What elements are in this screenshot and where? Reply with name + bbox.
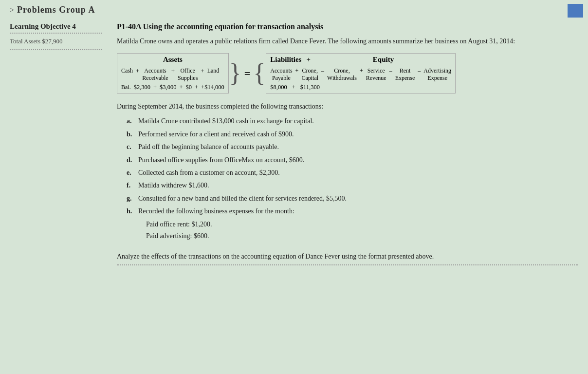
- col-withdrawals-label: Crone,Withdrawals: [327, 67, 357, 81]
- liab-col-headers: AccountsPayable + Crone,Capital – Crone,…: [270, 67, 451, 82]
- analyze-text: Analyze the effects of the transactions …: [117, 251, 578, 265]
- col-rent: RentExpense: [395, 67, 415, 82]
- plus-op-1: +: [136, 67, 139, 75]
- liab-equity-header-row: Liabilities + Equity: [270, 56, 451, 65]
- top-bar: > Problems Group A: [0, 5, 588, 18]
- left-brace: {: [253, 62, 265, 85]
- page-container: > Problems Group A Learning Objective 4 …: [0, 0, 588, 374]
- transaction-f: f. Matilda withdrew $1,600.: [117, 180, 578, 191]
- equation-wrapper: Assets Cash + AccountsReceivable + Offic…: [117, 53, 578, 94]
- bal-label: Bal.: [121, 84, 131, 91]
- transactions-intro: During September 2014, the business comp…: [117, 101, 578, 112]
- transaction-b: b. Performed service for a client and re…: [117, 129, 578, 140]
- liab-equity-box: Liabilities + Equity AccountsPayable + C…: [266, 53, 456, 94]
- equity-header: Equity: [315, 56, 451, 64]
- liab-minus-3: –: [418, 67, 421, 75]
- intro-text: Matilda Crone owns and operates a public…: [117, 36, 578, 46]
- trans-h-letter: h.: [127, 206, 138, 217]
- trans-e-letter: e.: [127, 168, 138, 178]
- liab-minus-2: –: [389, 67, 392, 75]
- liab-plus-2: +: [360, 67, 363, 75]
- col-office: OfficeSupplies: [178, 67, 198, 82]
- assets-box: Assets Cash + AccountsReceivable + Offic…: [117, 53, 229, 94]
- trans-a-letter: a.: [127, 116, 138, 127]
- trans-d-text: Purchased office supplies from OfficeMax…: [138, 155, 578, 166]
- trans-d-letter: d.: [127, 155, 138, 166]
- trans-f-text: Matilda withdrew $1,600.: [138, 180, 578, 191]
- breadcrumb-text: Problems Group A: [17, 5, 95, 15]
- liab-bal-plus: +: [292, 84, 295, 91]
- col-office-label: OfficeSupplies: [178, 67, 198, 81]
- col-rent-label: RentExpense: [395, 67, 415, 81]
- sub-item-2: Paid advertising: $600.: [117, 231, 578, 242]
- col-cash: Cash: [121, 67, 133, 75]
- main-content: P1-40A Using the accounting equation for…: [107, 22, 578, 265]
- header-plus: +: [306, 56, 310, 64]
- asset-col-headers: Cash + AccountsReceivable + OfficeSuppli…: [121, 67, 224, 82]
- trans-a-text: Matilda Crone contributed $13,000 cash i…: [138, 116, 578, 127]
- land-val: +$14,000: [201, 84, 224, 91]
- breadcrumb-arrow: >: [10, 6, 14, 15]
- plus-b2: +: [179, 84, 183, 91]
- col-land-label: Land: [207, 67, 220, 74]
- right-brace: }: [229, 62, 241, 85]
- liab-minus-1: –: [321, 67, 324, 75]
- col-advert: AdvertisingExpense: [423, 67, 451, 82]
- trans-c-letter: c.: [127, 142, 138, 152]
- nav-button[interactable]: [568, 4, 583, 18]
- liabilities-header: Liabilities: [270, 56, 301, 64]
- col-advert-label: AdvertisingExpense: [423, 67, 451, 81]
- trans-h-text: Recorded the following business expenses…: [138, 206, 578, 217]
- transaction-g: g. Consulted for a new band and billed t…: [117, 193, 578, 204]
- cash-val: $2,300: [134, 84, 150, 91]
- assets-header: Assets: [121, 56, 224, 65]
- learning-objective-label: Learning Objective 4: [10, 22, 102, 34]
- plus-op-2: +: [171, 67, 175, 75]
- left-sidebar: Learning Objective 4 Total Assets $27,90…: [10, 22, 107, 265]
- col-capital: Crone,Capital: [301, 67, 318, 82]
- col-capital-label: Crone,Capital: [301, 67, 318, 81]
- trans-g-letter: g.: [127, 193, 138, 204]
- col-ar: AccountsReceivable: [142, 67, 168, 82]
- transaction-c: c. Paid off the beginning balance of acc…: [117, 142, 578, 152]
- office-val: $0: [186, 84, 192, 91]
- asset-bal-row: Bal. $2,300 + $3,000 + $0 + +$14,000: [121, 84, 224, 91]
- col-ap: AccountsPayable: [270, 67, 292, 82]
- transaction-a: a. Matilda Crone contributed $13,000 cas…: [117, 116, 578, 127]
- transactions-section: During September 2014, the business comp…: [117, 101, 578, 242]
- trans-e-text: Collected cash from a customer on accoun…: [138, 168, 578, 178]
- trans-f-letter: f.: [127, 180, 138, 191]
- transaction-d: d. Purchased office supplies from Office…: [117, 155, 578, 166]
- capital-val: $11,300: [300, 84, 320, 91]
- col-withdrawals: Crone,Withdrawals: [327, 67, 357, 82]
- equals-sign: =: [244, 67, 251, 80]
- plus-b3: +: [195, 84, 198, 91]
- transaction-e: e. Collected cash from a customer on acc…: [117, 168, 578, 178]
- problem-title: P1-40A Using the accounting equation for…: [117, 22, 578, 31]
- col-service: ServiceRevenue: [366, 67, 386, 82]
- ap-val: $8,000: [270, 84, 287, 91]
- liab-bal-row: $8,000 + $11,300: [270, 84, 451, 91]
- sub-item-1: Paid office rent: $1,200.: [117, 219, 578, 230]
- trans-c-text: Paid off the beginning balance of accoun…: [138, 142, 578, 152]
- col-service-label: ServiceRevenue: [366, 67, 386, 81]
- total-assets: Total Assets $27,900: [10, 37, 102, 50]
- trans-b-letter: b.: [127, 129, 138, 140]
- trans-g-text: Consulted for a new band and billed the …: [138, 193, 578, 204]
- liab-plus-1: +: [295, 67, 299, 75]
- col-cash-label: Cash: [121, 67, 133, 74]
- col-ap-label: AccountsPayable: [270, 67, 292, 81]
- trans-b-text: Performed service for a client and recei…: [138, 129, 578, 140]
- plus-op-3: +: [201, 67, 204, 75]
- ar-val: $3,000: [160, 84, 176, 91]
- transaction-h: h. Recorded the following business expen…: [117, 206, 578, 217]
- content-area: Learning Objective 4 Total Assets $27,90…: [0, 18, 588, 270]
- col-land: Land: [207, 67, 220, 75]
- col-ar-label: AccountsReceivable: [142, 67, 168, 81]
- plus-b1: +: [153, 84, 157, 91]
